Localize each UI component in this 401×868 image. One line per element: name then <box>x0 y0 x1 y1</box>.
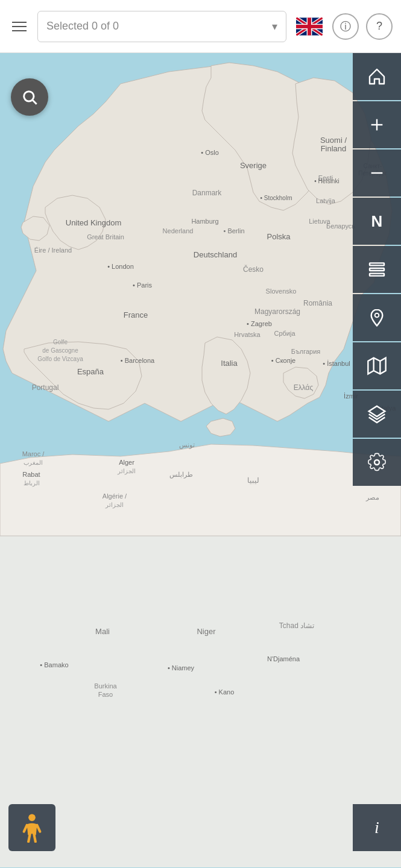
map-label-libya: ليبيا <box>247 476 259 485</box>
search-icon <box>21 89 38 105</box>
map-label-gascogne2: de Gascogne <box>42 347 78 354</box>
map-label-algeria: Algérie / <box>103 492 127 500</box>
language-flag-button[interactable] <box>294 11 325 42</box>
svg-line-25 <box>37 825 40 832</box>
map-label-spain: España <box>77 367 104 376</box>
map-label-slovakia: Slovensko <box>266 288 297 295</box>
map-label-chad: Tchad تشاد <box>279 621 314 630</box>
map-area[interactable]: United Kingdom Great Britain Éire / Irel… <box>0 53 401 868</box>
svg-rect-17 <box>370 274 384 276</box>
home-button[interactable] <box>353 53 401 100</box>
map-icon <box>367 356 387 376</box>
map-label-denmark: Danmark <box>192 189 223 197</box>
map-label-croatia: Hrvatska <box>234 331 260 338</box>
right-toolbar: N <box>353 53 401 487</box>
map-label-bulgaria: България <box>291 348 321 355</box>
zoom-out-button[interactable] <box>353 149 401 197</box>
chevron-down-icon: ▾ <box>272 20 277 33</box>
map-label-mali: Mali <box>95 627 110 636</box>
minus-icon <box>367 163 387 183</box>
home-icon <box>367 67 387 86</box>
selection-dropdown[interactable]: Selected 0 of 0 ▾ <box>37 11 286 42</box>
map-label-egypt: مصر <box>365 494 379 502</box>
map-label-netherlands: Nederland <box>163 227 194 234</box>
map-label-bamako: • Bamako <box>40 661 68 668</box>
map-svg: United Kingdom Great Britain Éire / Irel… <box>0 53 401 868</box>
info-circle-icon: ⓘ <box>340 19 351 34</box>
location-button[interactable] <box>353 294 401 341</box>
plus-icon <box>367 115 387 134</box>
svg-line-24 <box>24 825 27 832</box>
map-label-ireland: Éire / Ireland <box>34 247 72 254</box>
map-label-algeria2: الجزائر <box>105 502 124 509</box>
svg-point-10 <box>24 92 34 101</box>
map-label-london: • London <box>107 263 134 270</box>
svg-point-23 <box>28 814 36 822</box>
street-view-icon <box>20 813 44 843</box>
map-label-alger: Alger <box>119 459 134 466</box>
map-label-morocco: Maroc / <box>22 450 45 458</box>
svg-point-18 <box>375 313 379 318</box>
info-circle-button[interactable]: ⓘ <box>332 13 359 40</box>
map-label-romania: România <box>303 299 332 307</box>
map-label-barcelona: • Barcelona <box>121 357 155 364</box>
help-circle-button[interactable]: ? <box>366 13 393 40</box>
menu-button[interactable] <box>8 18 30 35</box>
map-label-finland2: Finland <box>321 144 347 153</box>
map-label-serbia: Србија <box>274 330 295 337</box>
map-label-oslo: • Oslo <box>201 149 219 156</box>
map-label-gb: Great Britain <box>87 233 124 241</box>
map-button[interactable] <box>353 342 401 389</box>
settings-icon <box>367 453 387 472</box>
list-button[interactable] <box>353 246 401 293</box>
layers-button[interactable] <box>353 391 401 438</box>
map-label-niamey: • Niamey <box>168 664 195 671</box>
map-label-ndjamena: N'Djaména <box>267 655 300 662</box>
map-label-germany: Deutschland <box>194 250 237 259</box>
map-label-poland: Polska <box>267 232 291 241</box>
map-label-tripoli: طرابلس <box>169 471 193 479</box>
map-label-helsinki: • Helsinki <box>314 178 339 184</box>
map-label-stockholm: • Stockholm <box>260 195 292 201</box>
pin-icon <box>367 308 387 327</box>
list-icon <box>367 260 387 279</box>
map-label-kano: • Kano <box>215 688 235 696</box>
street-view-button[interactable] <box>8 804 55 851</box>
map-label-belarus: Беларусь <box>326 222 355 230</box>
map-label-burkina: Burkina <box>94 682 117 690</box>
settings-button[interactable] <box>353 439 401 486</box>
map-label-tunis: تونس <box>179 441 195 449</box>
svg-line-26 <box>28 834 30 842</box>
map-label-hungary: Magyarország <box>254 307 300 316</box>
map-label-niger: Niger <box>197 627 216 636</box>
svg-line-11 <box>33 100 36 104</box>
map-label-uk: United Kingdom <box>66 218 122 227</box>
svg-rect-8 <box>296 25 323 28</box>
map-label-portugal: Portugal <box>32 383 59 392</box>
svg-rect-15 <box>370 263 384 265</box>
map-label-gascogne3: Golfo de Vizcaya <box>37 356 83 362</box>
layers-icon <box>367 404 387 424</box>
search-button[interactable] <box>11 78 48 116</box>
map-label-rabat2: الرباط <box>24 480 40 487</box>
map-label-alger2: الجزائر <box>117 468 136 475</box>
map-label-france: France <box>124 310 148 319</box>
map-label-burkina2: Faso <box>98 691 113 698</box>
map-label-istanbul: • İstanbul <box>323 360 350 367</box>
map-label-latvia: Latvija <box>316 197 336 204</box>
zoom-in-button[interactable] <box>353 101 401 148</box>
map-label-skopje: • Скопје <box>271 357 295 364</box>
svg-rect-16 <box>370 268 384 271</box>
map-label-finland: Suomi / <box>320 136 347 145</box>
map-label-czech: Česko <box>243 265 264 274</box>
svg-line-27 <box>34 834 36 842</box>
map-label-italy: Italia <box>221 359 238 368</box>
map-label-hamburg: Hamburg <box>191 218 218 225</box>
north-icon: N <box>371 212 383 231</box>
uk-flag-icon <box>296 17 323 36</box>
map-label-greece: Ελλάς <box>294 383 314 392</box>
map-label-sweden: Sverige <box>240 161 267 170</box>
north-button[interactable]: N <box>353 198 401 245</box>
map-info-button[interactable]: i <box>353 804 401 851</box>
map-label-gascogne: Golfe <box>53 339 68 345</box>
